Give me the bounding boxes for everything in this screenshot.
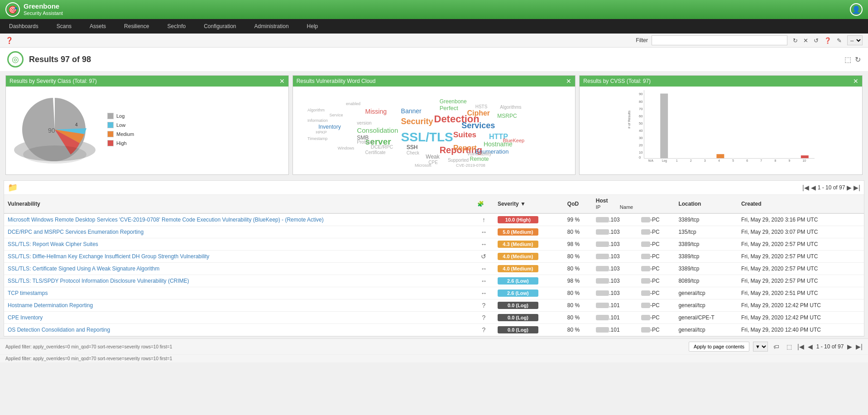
word-suites[interactable]: Suites bbox=[453, 130, 476, 140]
legend-log-label: Log bbox=[116, 113, 125, 119]
svg-point-1 bbox=[23, 145, 86, 164]
type-icon: ? bbox=[482, 314, 485, 321]
word-microsoft[interactable]: Microsoft bbox=[415, 163, 432, 169]
apply-button[interactable]: Apply to page contents bbox=[689, 342, 749, 352]
legend-high-color bbox=[107, 140, 114, 146]
ip-cell: .103 bbox=[592, 251, 638, 263]
word-algorithms[interactable]: Algorithms bbox=[500, 104, 521, 111]
legend-high-label: High bbox=[116, 140, 127, 146]
word-certificate[interactable]: Certificate bbox=[365, 150, 386, 156]
word-timestamp[interactable]: Timestamp bbox=[307, 136, 327, 142]
word-enabled[interactable]: enabled bbox=[346, 101, 360, 107]
table-toolbar-right: |◀ ◀ 1 - 10 of 97 ▶ ▶| bbox=[802, 184, 860, 191]
created-cell: Fri, May 29, 2020 3:07 PM UTC bbox=[738, 226, 864, 238]
bottom-next-page[interactable]: ▶ bbox=[847, 343, 852, 350]
qod-cell: 98 % bbox=[564, 275, 592, 287]
type-cell: ↑ bbox=[474, 213, 494, 226]
refresh-button[interactable]: ↻ bbox=[855, 55, 861, 64]
word-information[interactable]: Information bbox=[307, 118, 328, 124]
first-page-btn[interactable]: |◀ bbox=[802, 184, 809, 191]
wordcloud-close[interactable]: ✕ bbox=[566, 77, 571, 85]
word-cve[interactable]: CVE-2019-0708 bbox=[456, 163, 485, 169]
table-row: Hostname Determination Reporting?0.0 (Lo… bbox=[4, 299, 864, 312]
filter-clear[interactable]: ✕ bbox=[801, 36, 810, 45]
nav-scans[interactable]: Scans bbox=[48, 19, 81, 34]
filter-input[interactable] bbox=[652, 35, 787, 45]
filter-edit[interactable]: ✎ bbox=[835, 36, 844, 45]
vuln-link[interactable]: CPE Inventory bbox=[8, 314, 43, 321]
vuln-link[interactable]: DCE/RPC and MSRPC Services Enumeration R… bbox=[8, 229, 144, 235]
apply-select[interactable]: ▼ bbox=[753, 342, 768, 352]
word-greenbone[interactable]: Greenbone bbox=[440, 98, 467, 106]
name-cell: -PC bbox=[638, 324, 675, 336]
col-severity[interactable]: Severity ▼ bbox=[494, 195, 564, 213]
nav-help[interactable]: Help bbox=[298, 19, 327, 34]
word-supported[interactable]: Supported bbox=[448, 157, 469, 164]
next-page-btn[interactable]: ▶ bbox=[847, 184, 852, 191]
word-check[interactable]: Check bbox=[407, 150, 419, 156]
bottom-last-page[interactable]: ▶| bbox=[856, 343, 863, 350]
vuln-link[interactable]: OS Detection Consolidation and Reporting bbox=[8, 327, 110, 333]
charts-area: Results by Severity Class (Total: 97) ✕ bbox=[0, 72, 868, 179]
word-service[interactable]: Service bbox=[330, 112, 343, 118]
vuln-link[interactable]: SSL/TLS: Certificate Signed Using A Weak… bbox=[8, 265, 159, 272]
word-consolidation[interactable]: Consolidation bbox=[357, 125, 398, 135]
pie-legend: Log Low Medium High bbox=[107, 113, 134, 146]
filter-refresh[interactable]: ↻ bbox=[791, 36, 800, 45]
word-msrpc[interactable]: MSRPC bbox=[497, 112, 517, 120]
table-row: SSL/TLS: Certificate Signed Using A Weak… bbox=[4, 263, 864, 275]
user-icon[interactable]: 👤 bbox=[850, 3, 863, 16]
nav-secinfo[interactable]: SecInfo bbox=[158, 19, 195, 34]
export-button[interactable]: ⬚ bbox=[844, 55, 851, 64]
filter-select[interactable]: -- bbox=[847, 35, 863, 45]
filter-reload[interactable]: ↺ bbox=[812, 36, 820, 45]
word-hsts[interactable]: HSTS bbox=[475, 104, 488, 110]
vuln-link[interactable]: Hostname Determination Reporting bbox=[8, 302, 93, 309]
vuln-cell: CPE Inventory bbox=[4, 312, 474, 324]
nav-assets[interactable]: Assets bbox=[81, 19, 115, 34]
word-hpkp[interactable]: HPKP bbox=[316, 130, 327, 135]
vuln-link[interactable]: SSL/TLS: TLS/SPDY Protocol Information D… bbox=[8, 278, 189, 284]
bottom-prev-page[interactable]: ◀ bbox=[808, 343, 813, 350]
word-security[interactable]: Security bbox=[401, 116, 433, 127]
tag-btn[interactable]: 🏷 bbox=[772, 343, 781, 351]
name-cell: -PC bbox=[638, 263, 675, 275]
word-protocol[interactable]: Protocol bbox=[357, 139, 374, 145]
word-ssltls[interactable]: SSL/TLS bbox=[401, 128, 453, 146]
filter-help[interactable]: ❓ bbox=[822, 36, 833, 45]
vuln-cell: OS Detection Consolidation and Reporting bbox=[4, 324, 474, 336]
brand-sub: Security Assistant bbox=[24, 10, 63, 16]
severity-chart-header: Results by Severity Class (Total: 97) ✕ bbox=[6, 76, 288, 87]
svg-text:70: 70 bbox=[639, 107, 643, 111]
vuln-link[interactable]: TCP timestamps bbox=[8, 290, 48, 296]
word-algorithm[interactable]: Algorithm bbox=[307, 107, 325, 113]
prev-page-btn[interactable]: ◀ bbox=[811, 184, 816, 191]
bottom-first-page[interactable]: |◀ bbox=[797, 343, 804, 350]
help-icon[interactable]: ❓ bbox=[5, 37, 13, 44]
nav-dashboards[interactable]: Dashboards bbox=[0, 19, 48, 34]
last-page-btn[interactable]: ▶| bbox=[854, 184, 860, 191]
vuln-link[interactable]: SSL/TLS: Report Weak Cipher Suites bbox=[8, 241, 98, 247]
bottom-bar: Applied filter: apply_overrides=0 min_qo… bbox=[0, 338, 868, 354]
nav-administration[interactable]: Administration bbox=[245, 19, 298, 34]
svg-text:4: 4 bbox=[719, 159, 720, 162]
folder-icon[interactable]: 📁 bbox=[8, 183, 18, 193]
word-bluekeeper[interactable]: BlueKeep bbox=[503, 137, 524, 144]
word-version[interactable]: version bbox=[357, 120, 371, 126]
nav-configuration[interactable]: Configuration bbox=[195, 19, 245, 34]
cvss-chart-close[interactable]: ✕ bbox=[853, 77, 858, 85]
nav-resilience[interactable]: Resilience bbox=[115, 19, 158, 34]
brand-name: Greenbone bbox=[24, 2, 63, 10]
word-banner[interactable]: Banner bbox=[401, 107, 422, 116]
vuln-cell: SSL/TLS: Report Weak Cipher Suites bbox=[4, 238, 474, 251]
vuln-link[interactable]: Microsoft Windows Remote Desktop Service… bbox=[8, 217, 324, 223]
export-bottom-btn[interactable]: ⬚ bbox=[785, 343, 794, 351]
top-bar: 🎯 Greenbone Security Assistant 👤 bbox=[0, 0, 868, 19]
svg-text:60: 60 bbox=[639, 114, 643, 118]
severity-chart-close[interactable]: ✕ bbox=[279, 77, 285, 85]
word-vulnerability[interactable]: Vulnerability bbox=[467, 151, 491, 157]
wordcloud-title: Results Vulnerability Word Cloud bbox=[297, 78, 376, 84]
word-windows[interactable]: Windows bbox=[338, 145, 355, 151]
word-missing[interactable]: Missing bbox=[365, 107, 387, 116]
vuln-link[interactable]: SSL/TLS: Diffie-Hellman Key Exchange Ins… bbox=[8, 253, 209, 260]
